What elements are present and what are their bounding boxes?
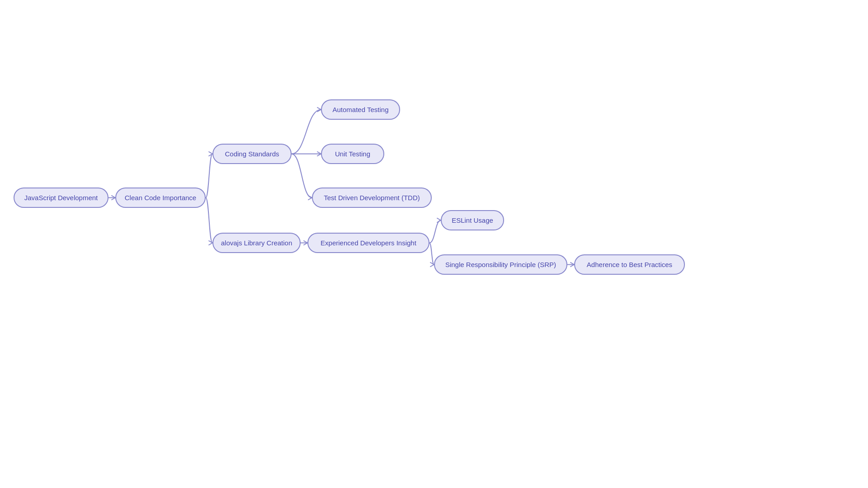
edge-experienced-developers-insight-to-single-responsibility-principle: [429, 243, 434, 265]
node-label-test-driven-development: Test Driven Development (TDD): [312, 188, 432, 208]
node-label-experienced-developers-insight: Experienced Developers Insight: [307, 233, 429, 253]
node-alovajs-library-creation[interactable]: alovajs Library Creation: [212, 233, 301, 253]
arrowhead-clean-code-importance-to-alovajs-library-creation: [208, 241, 212, 245]
node-label-coding-standards: Coding Standards: [212, 144, 292, 164]
node-test-driven-development[interactable]: Test Driven Development (TDD): [312, 188, 432, 208]
node-label-clean-code-importance: Clean Code Importance: [115, 188, 206, 208]
edge-clean-code-importance-to-alovajs-library-creation: [206, 198, 212, 243]
node-label-javascript-development: JavaScript Development: [14, 188, 108, 208]
node-label-alovajs-library-creation: alovajs Library Creation: [212, 233, 301, 253]
node-label-adherence-to-best-practices: Adherence to Best Practices: [574, 254, 685, 275]
node-eslint-usage[interactable]: ESLint Usage: [441, 210, 504, 230]
node-label-single-responsibility-principle: Single Responsibility Principle (SRP): [434, 254, 567, 275]
edge-coding-standards-to-automated-testing: [292, 110, 321, 154]
arrowhead-experienced-developers-insight-to-eslint-usage: [437, 218, 441, 223]
node-coding-standards[interactable]: Coding Standards: [212, 144, 292, 164]
mindmap-svg: JavaScript DevelopmentClean Code Importa…: [0, 0, 868, 488]
edge-experienced-developers-insight-to-eslint-usage: [429, 221, 441, 243]
node-javascript-development[interactable]: JavaScript Development: [14, 188, 108, 208]
node-single-responsibility-principle[interactable]: Single Responsibility Principle (SRP): [434, 254, 567, 275]
node-label-automated-testing: Automated Testing: [321, 99, 400, 120]
node-label-eslint-usage: ESLint Usage: [441, 210, 504, 230]
arrowhead-clean-code-importance-to-coding-standards: [208, 152, 212, 156]
edge-clean-code-importance-to-coding-standards: [206, 154, 212, 198]
node-unit-testing[interactable]: Unit Testing: [321, 144, 384, 164]
node-experienced-developers-insight[interactable]: Experienced Developers Insight: [307, 233, 429, 253]
node-automated-testing[interactable]: Automated Testing: [321, 99, 400, 120]
arrowhead-coding-standards-to-test-driven-development: [308, 196, 312, 200]
node-label-unit-testing: Unit Testing: [321, 144, 384, 164]
node-clean-code-importance[interactable]: Clean Code Importance: [115, 188, 206, 208]
edge-coding-standards-to-test-driven-development: [292, 154, 312, 198]
node-adherence-to-best-practices[interactable]: Adherence to Best Practices: [574, 254, 685, 275]
